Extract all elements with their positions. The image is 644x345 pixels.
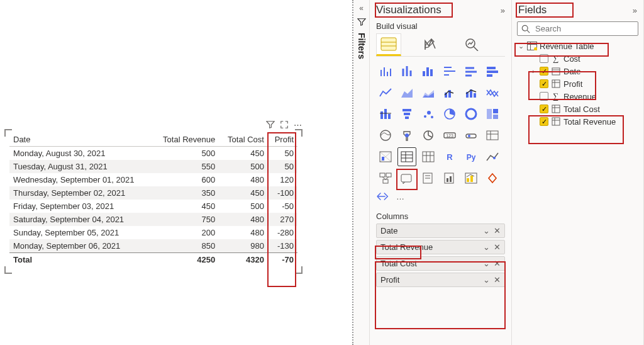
viz-type-item[interactable] bbox=[397, 62, 416, 81]
chevron-down-icon[interactable]: ⌄ bbox=[483, 242, 490, 252]
field-checkbox[interactable]: ✓ bbox=[540, 67, 548, 76]
fields-search[interactable] bbox=[517, 21, 638, 36]
viz-type-item[interactable]: 123 bbox=[440, 126, 459, 145]
viz-type-item[interactable] bbox=[440, 105, 459, 123]
analytics-tab[interactable] bbox=[459, 33, 484, 56]
viz-type-item[interactable] bbox=[376, 126, 395, 145]
columns-well-item[interactable]: Date⌄✕ bbox=[376, 223, 505, 238]
expand-filters-icon[interactable]: « bbox=[359, 4, 364, 13]
viz-type-item[interactable] bbox=[397, 169, 416, 188]
columns-well-item[interactable]: Total Revenue⌄✕ bbox=[376, 240, 505, 254]
table-row[interactable]: Thursday, September 02, 2021350450-100 bbox=[9, 186, 297, 200]
table-row[interactable]: Saturday, September 04, 2021750480270 bbox=[9, 213, 297, 226]
filter-icon[interactable] bbox=[265, 120, 275, 130]
viz-type-item[interactable] bbox=[419, 62, 438, 81]
viz-type-item[interactable]: Py bbox=[462, 147, 480, 166]
fields-table-label: Revenue Table bbox=[540, 42, 594, 51]
remove-field-icon[interactable]: ✕ bbox=[494, 226, 501, 235]
field-item[interactable]: ∑Revenue bbox=[516, 90, 640, 103]
focus-mode-icon[interactable] bbox=[279, 120, 289, 130]
expand-icon[interactable]: › bbox=[530, 67, 537, 75]
svg-point-43 bbox=[466, 109, 476, 119]
viz-type-item[interactable] bbox=[483, 147, 502, 166]
chevron-down-icon[interactable]: ⌄ bbox=[483, 259, 490, 268]
viz-type-item[interactable] bbox=[483, 62, 502, 81]
viz-type-item[interactable] bbox=[483, 83, 502, 102]
viz-type-item[interactable] bbox=[440, 62, 459, 81]
viz-type-item[interactable] bbox=[462, 169, 480, 188]
viz-type-item[interactable] bbox=[462, 105, 480, 123]
build-visual-tab[interactable] bbox=[376, 33, 401, 56]
field-checkbox[interactable]: ✓ bbox=[540, 105, 548, 113]
search-input[interactable] bbox=[534, 23, 642, 34]
selection-handle[interactable] bbox=[295, 266, 303, 274]
table-row[interactable]: Sunday, September 05, 2021200480-280 bbox=[9, 226, 297, 239]
field-item[interactable]: ✓Profit bbox=[516, 77, 640, 90]
viz-type-item[interactable] bbox=[462, 126, 480, 145]
fields-table-node[interactable]: ⌄ Revenue Table bbox=[516, 40, 640, 52]
field-checkbox[interactable]: ✓ bbox=[540, 79, 548, 88]
selection-handle[interactable] bbox=[4, 129, 12, 137]
table-row[interactable]: Wednesday, September 01, 2021600480120 bbox=[9, 173, 297, 186]
table-row[interactable]: Tuesday, August 31, 202155050050 bbox=[9, 160, 297, 173]
viz-type-item[interactable] bbox=[419, 105, 438, 123]
viz-type-item[interactable] bbox=[397, 83, 416, 102]
field-checkbox[interactable] bbox=[540, 54, 548, 63]
viz-type-item[interactable] bbox=[462, 83, 480, 102]
table-row[interactable]: Monday, September 06, 2021850980-130 bbox=[9, 239, 297, 253]
chevron-down-icon[interactable]: ⌄ bbox=[483, 275, 490, 285]
more-options-icon[interactable]: … bbox=[396, 192, 405, 201]
col-header-profit[interactable]: Profit bbox=[268, 133, 297, 147]
viz-type-item[interactable] bbox=[376, 147, 395, 166]
filters-pane-collapsed[interactable]: « Filters bbox=[353, 0, 370, 345]
viz-type-item[interactable] bbox=[376, 62, 395, 81]
col-header-date[interactable]: Date bbox=[9, 133, 152, 147]
selection-handle[interactable] bbox=[4, 266, 12, 274]
viz-type-item[interactable] bbox=[376, 83, 395, 102]
report-canvas[interactable]: ⋯ Date Total Revenue Total Cost Profit bbox=[0, 0, 353, 345]
collapse-viz-icon[interactable]: » bbox=[501, 6, 505, 15]
svg-rect-23 bbox=[487, 74, 492, 77]
viz-type-item[interactable] bbox=[440, 169, 459, 188]
table-cell: 450 bbox=[219, 147, 268, 161]
table-row[interactable]: Friday, September 03, 2021450500-50 bbox=[9, 200, 297, 213]
more-visuals-icon[interactable] bbox=[376, 191, 390, 201]
table-row[interactable]: Monday, August 30, 202150045050 bbox=[9, 147, 297, 161]
col-header-total-revenue[interactable]: Total Revenue bbox=[152, 133, 219, 147]
columns-well-item[interactable]: Total Cost⌄✕ bbox=[376, 256, 505, 271]
remove-field-icon[interactable]: ✕ bbox=[494, 275, 501, 285]
viz-type-item[interactable] bbox=[462, 62, 480, 81]
viz-type-item[interactable] bbox=[419, 126, 438, 145]
collapse-fields-icon[interactable]: » bbox=[633, 6, 637, 15]
field-item[interactable]: ✓Total Cost bbox=[516, 103, 640, 115]
viz-type-item[interactable]: R bbox=[440, 147, 459, 166]
table-visual[interactable]: Date Total Revenue Total Cost Profit Mon… bbox=[6, 131, 301, 272]
remove-field-icon[interactable]: ✕ bbox=[494, 242, 501, 252]
col-header-total-cost[interactable]: Total Cost bbox=[219, 133, 268, 147]
viz-type-item[interactable] bbox=[440, 83, 459, 102]
viz-type-item[interactable] bbox=[419, 169, 438, 188]
viz-type-item[interactable] bbox=[419, 83, 438, 102]
columns-well-item[interactable]: Profit⌄✕ bbox=[376, 273, 505, 287]
viz-type-item[interactable] bbox=[483, 126, 502, 145]
field-checkbox[interactable]: ✓ bbox=[540, 117, 548, 126]
viz-type-item[interactable] bbox=[376, 105, 395, 123]
selection-handle[interactable] bbox=[295, 129, 303, 137]
field-item[interactable]: ✓Total Revenue bbox=[516, 115, 640, 128]
expand-icon[interactable]: ⌄ bbox=[517, 42, 525, 50]
chevron-down-icon[interactable]: ⌄ bbox=[483, 226, 490, 235]
more-options-icon[interactable]: ⋯ bbox=[293, 120, 303, 130]
field-checkbox[interactable] bbox=[540, 92, 548, 101]
calendar-icon bbox=[551, 66, 561, 76]
viz-type-table[interactable] bbox=[397, 147, 416, 166]
viz-type-item[interactable] bbox=[483, 105, 502, 123]
field-item[interactable]: ›✓Date bbox=[516, 65, 640, 77]
viz-type-item[interactable] bbox=[483, 169, 502, 188]
viz-type-item[interactable] bbox=[376, 169, 395, 188]
field-item[interactable]: ∑Cost bbox=[516, 52, 640, 65]
format-visual-tab[interactable] bbox=[418, 33, 443, 56]
viz-type-item[interactable] bbox=[419, 147, 438, 166]
viz-type-item[interactable] bbox=[397, 105, 416, 123]
remove-field-icon[interactable]: ✕ bbox=[494, 259, 501, 268]
viz-type-item[interactable] bbox=[397, 126, 416, 145]
